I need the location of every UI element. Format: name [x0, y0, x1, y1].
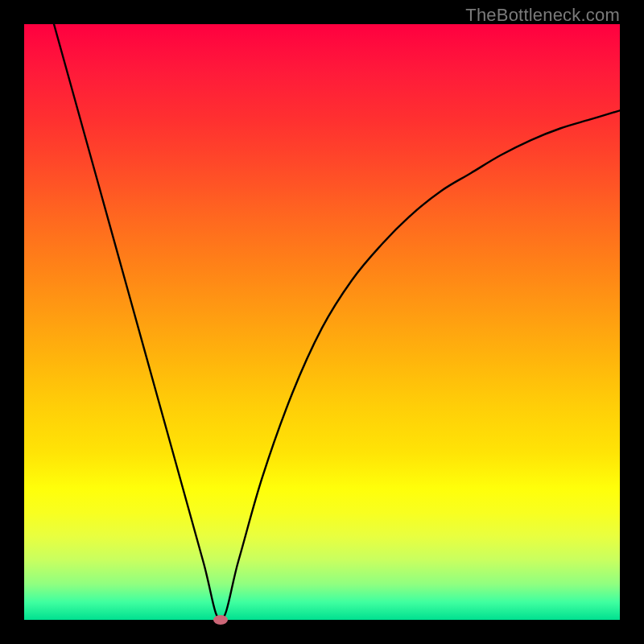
- minimum-marker: [213, 615, 228, 625]
- watermark-text: TheBottleneck.com: [465, 5, 620, 26]
- bottleneck-curve: [24, 24, 620, 620]
- plot-area: [24, 24, 620, 620]
- chart-frame: TheBottleneck.com: [0, 0, 644, 644]
